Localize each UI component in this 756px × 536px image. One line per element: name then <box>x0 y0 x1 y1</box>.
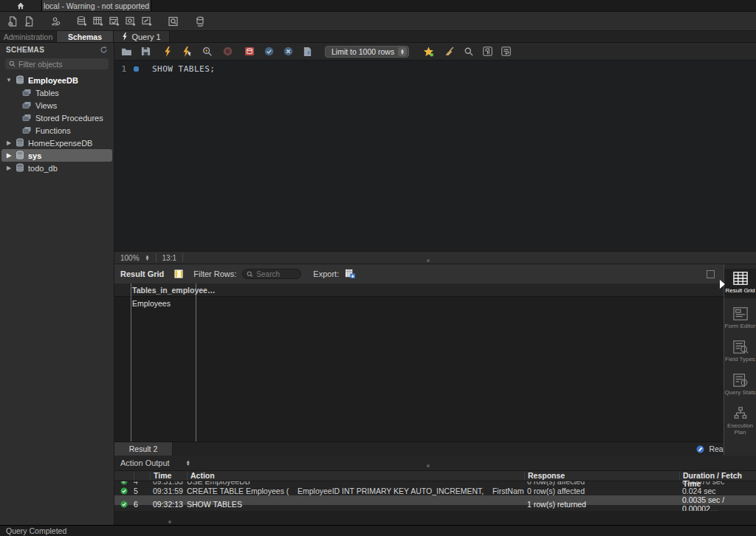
zoom-stepper-icon[interactable]: ▲▼ <box>145 255 150 261</box>
tree-item-functions[interactable]: Functions <box>0 124 114 137</box>
result-search-box[interactable] <box>242 269 301 279</box>
column-divider[interactable] <box>131 284 131 441</box>
chevron-right-icon[interactable]: ▶ <box>6 165 12 171</box>
tree-item-label: Tables <box>35 89 59 97</box>
inspector-icon[interactable] <box>47 14 63 29</box>
commit-icon[interactable] <box>261 45 276 58</box>
collapse-panel-arrow-icon[interactable] <box>720 280 725 289</box>
query-bolt-icon <box>122 32 128 41</box>
panel-btn-label: Result Grid <box>725 287 755 294</box>
result-grid-row[interactable]: Employees <box>114 297 724 310</box>
splitter-handle[interactable] <box>427 464 430 467</box>
toggle-autocommit-icon[interactable] <box>300 45 315 58</box>
status-message: Query Completed <box>6 526 66 535</box>
grid-view-icon[interactable] <box>174 269 183 278</box>
tab-query1-label: Query 1 <box>131 32 160 41</box>
row-num: 5 <box>134 487 150 495</box>
column-header[interactable]: Tables_in_employee… <box>132 286 215 295</box>
row-response: 0 row(s) affected <box>524 487 679 495</box>
row-duration: 0.0035 sec / 0.00002… <box>679 495 756 511</box>
invisible-characters-icon[interactable] <box>480 45 495 58</box>
favorite-snippet-icon[interactable] <box>421 45 436 58</box>
save-script-icon[interactable] <box>138 45 153 58</box>
execution-plan-panel-icon <box>732 406 749 421</box>
toggle-stop-on-error-icon[interactable] <box>242 45 257 58</box>
dropdown-stepper-icon: ▲▼ <box>398 47 407 56</box>
splitter-handle[interactable] <box>427 259 430 262</box>
tree-item-todo-db[interactable]: ▶ todo_db <box>0 162 114 174</box>
action-output-table: Time Action Response Duration / Fetch Ti… <box>114 470 756 511</box>
clean-sql-icon[interactable] <box>442 45 457 58</box>
create-function-icon[interactable] <box>139 14 155 29</box>
col-duration: Duration / Fetch Time <box>679 472 756 480</box>
result2-tab[interactable]: Result 2 <box>114 442 173 456</box>
result-tab-bar: Result 2 Read Only <box>114 441 756 456</box>
open-file-icon[interactable] <box>119 45 134 58</box>
stop-query-icon[interactable] <box>220 45 235 58</box>
tree-item-label: Stored Procedures <box>35 114 103 123</box>
splitter-handle[interactable] <box>168 520 171 523</box>
tree-item-label: Functions <box>35 126 71 135</box>
execute-query-icon[interactable] <box>160 45 175 58</box>
action-output-selector-icon[interactable]: ▲▼ <box>186 460 190 466</box>
rollback-icon[interactable] <box>281 45 295 58</box>
column-divider[interactable] <box>196 284 196 441</box>
find-icon[interactable] <box>461 45 476 58</box>
tab-query1[interactable]: Query 1 <box>114 31 170 42</box>
tab-schemas[interactable]: Schemas <box>57 31 114 42</box>
result-region: Result Grid Filter Rows: Export: Tables_… <box>114 264 756 456</box>
action-output-row-clipped[interactable]: 4 09:31:53 USE EmployeeDB 0 row(s) affec… <box>114 481 756 486</box>
tree-item-stored-procedures[interactable]: Stored Procedures <box>0 111 114 124</box>
cell-value: Employees <box>132 299 171 308</box>
row-action: USE EmployeeDB <box>187 481 524 486</box>
panel-btn-query-stats[interactable]: Query Stats <box>724 371 756 400</box>
schema-filter-box[interactable] <box>5 58 109 69</box>
panel-btn-execution-plan[interactable]: Execution Plan <box>724 404 756 440</box>
connection-tab[interactable]: local - Warning - not supported <box>42 0 151 11</box>
limit-rows-dropdown[interactable]: Limit to 1000 rows ▲▼ <box>325 46 409 58</box>
search-table-data-icon[interactable] <box>165 14 182 29</box>
sql-editor[interactable]: 1 SHOW TABLES; <box>114 61 756 251</box>
row-action: CREATE TABLE Employees ( EmployeeID INT … <box>187 487 524 495</box>
action-output-panel: Action Output ▲▼ Time Action Response Du… <box>114 456 756 511</box>
database-icon <box>16 75 24 85</box>
result-search-input[interactable] <box>256 270 297 278</box>
explain-plan-icon[interactable] <box>200 45 215 58</box>
refresh-schemas-icon[interactable] <box>100 46 108 54</box>
tree-item-sys[interactable]: ▶ sys <box>1 149 112 162</box>
tab-administration[interactable]: Administration <box>0 31 57 42</box>
panel-btn-form-editor[interactable]: Form Editor <box>724 304 756 334</box>
wrap-text-icon[interactable] <box>498 45 513 58</box>
tree-item-tables[interactable]: Tables <box>0 86 114 99</box>
tab-administration-label: Administration <box>4 32 53 41</box>
col-action: Action <box>187 472 524 480</box>
editor-status-bar: 100% ▲▼ 13:1 <box>114 251 756 264</box>
panel-btn-result-grid[interactable]: Result Grid <box>724 269 756 298</box>
action-output-row[interactable]: 5 09:31:59 CREATE TABLE Employees ( Empl… <box>114 486 756 495</box>
home-tab[interactable] <box>0 0 42 11</box>
create-procedure-icon[interactable] <box>123 14 139 29</box>
tree-item-employeedb[interactable]: ▼ EmployeeDB <box>0 74 114 86</box>
maximize-result-icon[interactable] <box>707 270 715 278</box>
col-response: Response <box>524 472 679 480</box>
panel-btn-field-types[interactable]: Field Types <box>724 337 756 367</box>
new-sql-tab-icon[interactable] <box>4 14 21 29</box>
create-schema-icon[interactable] <box>74 14 90 29</box>
panel-btn-label: Form Editor <box>725 323 756 329</box>
row-action: SHOW TABLES <box>187 500 524 509</box>
chevron-right-icon[interactable]: ▶ <box>6 152 12 159</box>
chevron-down-icon[interactable]: ▼ <box>6 77 12 83</box>
result-grid[interactable]: Tables_in_employee… Employees <box>114 284 724 441</box>
schema-filter-input[interactable] <box>18 60 105 69</box>
execute-statement-icon[interactable] <box>180 45 195 58</box>
reconnect-dbms-icon[interactable] <box>192 14 208 29</box>
action-output-row-selected[interactable]: 6 09:32:13 SHOW TABLES 1 row(s) returned… <box>114 495 756 505</box>
tree-item-views[interactable]: Views <box>0 99 114 111</box>
tree-item-homeexpensedb[interactable]: ▶ HomeExpenseDB <box>0 137 114 149</box>
export-icon[interactable] <box>345 269 356 279</box>
create-view-icon[interactable] <box>106 14 123 29</box>
create-table-icon[interactable] <box>90 14 106 29</box>
open-sql-script-icon[interactable] <box>21 14 37 29</box>
chevron-right-icon[interactable]: ▶ <box>6 140 12 146</box>
row-num: 4 <box>134 481 150 486</box>
